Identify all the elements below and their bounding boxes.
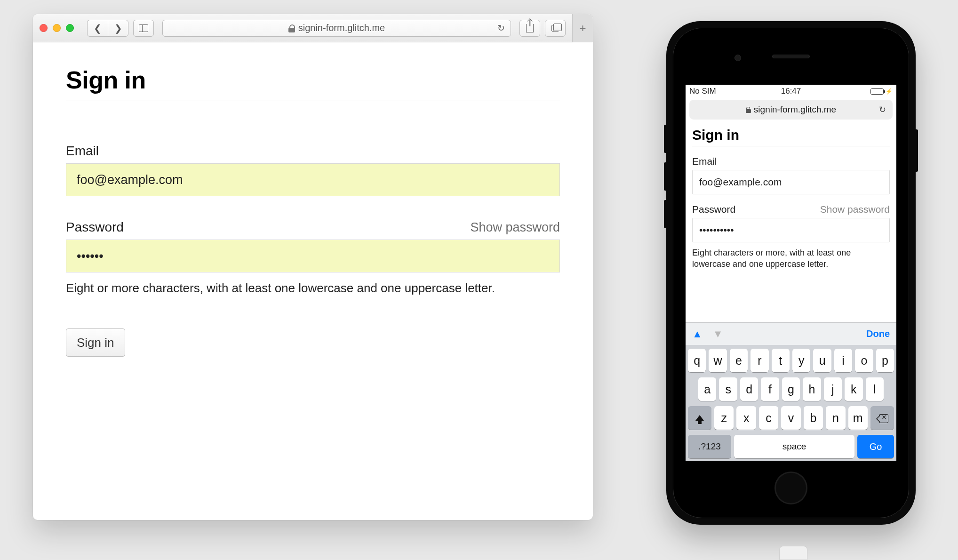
email-input[interactable]: [692, 170, 890, 194]
share-icon: [526, 24, 534, 32]
space-key[interactable]: space: [734, 435, 854, 458]
close-icon[interactable]: [40, 24, 48, 32]
mobile-page-content: Sign in Email Password Show password Eig…: [686, 124, 896, 322]
keyboard-row-3: zxcvbnm: [688, 406, 894, 430]
show-password-toggle[interactable]: Show password: [470, 220, 560, 235]
divider: [66, 101, 560, 101]
home-button[interactable]: [774, 472, 807, 504]
password-field-group: Password Show password Eight characters …: [692, 204, 890, 270]
safari-toolbar: ❮ ❯ signin-form.glitch.me ↻ +: [33, 14, 593, 42]
key-b[interactable]: b: [804, 406, 823, 430]
password-label: Password: [66, 220, 124, 235]
lock-icon: [746, 107, 751, 112]
front-camera-icon: [734, 55, 741, 61]
go-key[interactable]: Go: [857, 435, 894, 458]
tabs-button[interactable]: [545, 20, 566, 37]
key-d[interactable]: d: [740, 377, 758, 401]
key-s[interactable]: s: [719, 377, 737, 401]
keyboard-accessory-bar: ▲ ▼ Done: [686, 322, 896, 345]
key-v[interactable]: v: [781, 406, 800, 430]
page-title: Sign in: [692, 127, 890, 143]
key-w[interactable]: w: [709, 349, 726, 372]
charging-icon: ⚡: [886, 88, 893, 95]
key-e[interactable]: e: [730, 349, 748, 372]
divider: [692, 146, 890, 146]
status-time: 16:47: [781, 87, 801, 96]
iphone-device: No SIM 16:47 ⚡ signin-form.glitch.me ↻ S…: [666, 21, 916, 525]
mobile-url-text: signin-form.glitch.me: [754, 104, 836, 115]
key-m[interactable]: m: [848, 406, 868, 430]
battery-icon: [870, 88, 884, 95]
show-password-toggle[interactable]: Show password: [820, 204, 890, 215]
email-label: Email: [692, 156, 717, 167]
mobile-address-bar[interactable]: signin-form.glitch.me ↻: [689, 100, 893, 120]
status-bar: No SIM 16:47 ⚡: [686, 85, 896, 98]
key-k[interactable]: k: [845, 377, 862, 401]
new-tab-button[interactable]: +: [572, 14, 593, 42]
url-text: signin-form.glitch.me: [298, 23, 385, 33]
sidebar-button[interactable]: [133, 20, 154, 37]
key-j[interactable]: j: [824, 377, 842, 401]
sidebar-icon: [139, 24, 148, 32]
key-c[interactable]: c: [759, 406, 778, 430]
backspace-icon: [877, 414, 887, 422]
key-z[interactable]: z: [714, 406, 734, 430]
numbers-key[interactable]: .?123: [688, 435, 731, 458]
key-q[interactable]: q: [688, 349, 706, 372]
next-field-icon[interactable]: ▼: [713, 328, 723, 340]
password-hint: Eight or more characters, with at least …: [66, 281, 560, 296]
signin-button[interactable]: Sign in: [66, 328, 125, 357]
key-i[interactable]: i: [834, 349, 852, 372]
key-t[interactable]: t: [772, 349, 790, 372]
reload-icon[interactable]: ↻: [879, 104, 886, 115]
key-u[interactable]: u: [813, 349, 831, 372]
tabs-icon: [551, 25, 559, 32]
charging-cable: [779, 546, 807, 560]
key-p[interactable]: p: [876, 349, 894, 372]
onscreen-keyboard: qwertyuiop asdfghjkl zxcvbnm .?123 space…: [686, 345, 896, 461]
password-hint: Eight characters or more, with at least …: [692, 247, 890, 270]
password-field-group: Password Show password Eight or more cha…: [66, 220, 560, 296]
battery-indicator: ⚡: [870, 88, 893, 95]
shift-icon: [695, 415, 704, 421]
key-a[interactable]: a: [698, 377, 716, 401]
keyboard-row-2: asdfghjkl: [688, 377, 894, 401]
back-button[interactable]: ❮: [87, 20, 108, 37]
backspace-key[interactable]: [870, 406, 894, 430]
key-g[interactable]: g: [782, 377, 800, 401]
page-title: Sign in: [66, 66, 560, 94]
key-n[interactable]: n: [826, 406, 845, 430]
safari-window: ❮ ❯ signin-form.glitch.me ↻ + Sign in Em…: [33, 14, 593, 520]
shift-key[interactable]: [688, 406, 711, 430]
key-f[interactable]: f: [761, 377, 779, 401]
phone-bezel-top: [673, 28, 909, 85]
key-y[interactable]: y: [792, 349, 810, 372]
keyboard-done-button[interactable]: Done: [866, 328, 890, 339]
nav-buttons: ❮ ❯: [87, 20, 128, 37]
phone-screen: No SIM 16:47 ⚡ signin-form.glitch.me ↻ S…: [686, 85, 896, 461]
address-bar[interactable]: signin-form.glitch.me ↻: [162, 20, 511, 37]
password-input[interactable]: [66, 240, 560, 272]
email-input[interactable]: [66, 163, 560, 196]
share-button[interactable]: [519, 20, 540, 37]
carrier-text: No SIM: [689, 87, 716, 96]
key-h[interactable]: h: [803, 377, 821, 401]
window-controls: [40, 24, 74, 32]
key-x[interactable]: x: [736, 406, 756, 430]
email-field-group: Email: [692, 156, 890, 194]
key-r[interactable]: r: [750, 349, 768, 372]
speaker-icon: [772, 55, 810, 58]
prev-field-icon[interactable]: ▲: [692, 328, 703, 340]
key-o[interactable]: o: [855, 349, 873, 372]
lock-icon: [288, 24, 295, 32]
minimize-icon[interactable]: [53, 24, 61, 32]
keyboard-row-1: qwertyuiop: [688, 349, 894, 372]
key-l[interactable]: l: [866, 377, 884, 401]
forward-button[interactable]: ❯: [108, 20, 128, 37]
reload-icon[interactable]: ↻: [497, 23, 505, 33]
email-label: Email: [66, 144, 99, 159]
email-field-group: Email: [66, 144, 560, 196]
page-content: Sign in Email Password Show password Eig…: [33, 42, 593, 380]
fullscreen-icon[interactable]: [66, 24, 74, 32]
password-input[interactable]: [692, 218, 890, 242]
